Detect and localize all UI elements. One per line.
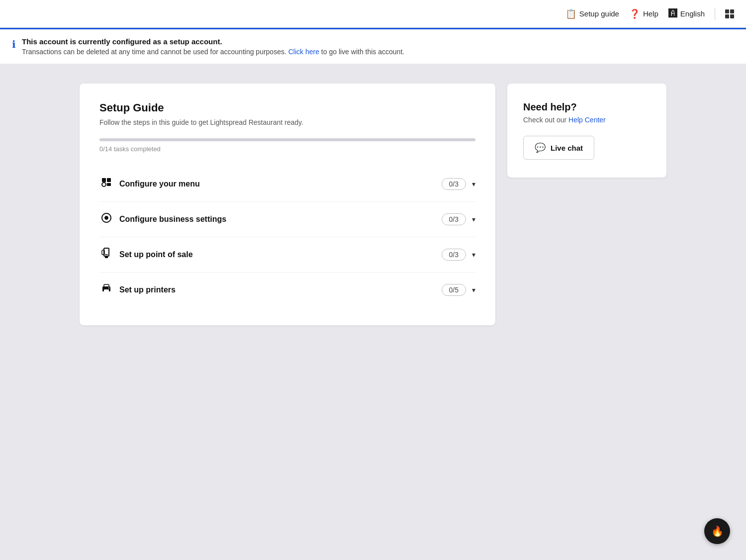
banner-content: This account is currently configured as …: [22, 37, 404, 56]
configure-menu-chevron: ▾: [472, 180, 475, 188]
setup-printers-badge: 0/5: [442, 284, 466, 296]
language-icon: 🅰: [668, 8, 677, 19]
live-chat-label: Live chat: [551, 144, 583, 152]
configure-business-label: Configure business settings: [119, 215, 226, 224]
main-layout: Setup Guide Follow the steps in this gui…: [60, 64, 686, 345]
configure-business-chevron: ▾: [472, 215, 475, 223]
task-row-configure-business[interactable]: Configure business settings 0/3 ▾: [99, 202, 475, 237]
language-nav[interactable]: 🅰 English: [668, 8, 705, 19]
setup-guide-icon: 📋: [565, 8, 576, 19]
configure-menu-label: Configure your menu: [119, 180, 200, 188]
svg-rect-11: [104, 289, 109, 292]
task-right-configure-business: 0/3 ▾: [442, 213, 475, 225]
task-left-configure-menu: Configure your menu: [99, 177, 200, 191]
setup-guide-card: Setup Guide Follow the steps in this gui…: [80, 84, 495, 325]
svg-point-2: [102, 183, 106, 187]
grid-icon: [725, 9, 734, 18]
banner-body: Transactions can be deleted at any time …: [22, 48, 404, 56]
help-body: Check out our Help Center: [523, 116, 651, 124]
configure-menu-icon: [99, 177, 113, 191]
nav-divider: [715, 8, 715, 20]
help-nav[interactable]: ❓ Help: [629, 8, 658, 19]
chat-icon: 💬: [535, 142, 546, 153]
help-text-prefix: Check out our: [523, 116, 566, 124]
live-chat-button[interactable]: 💬 Live chat: [523, 136, 594, 160]
svg-rect-1: [107, 178, 111, 182]
setup-pos-chevron: ▾: [472, 251, 475, 259]
configure-menu-badge: 0/3: [442, 178, 466, 190]
help-center-link[interactable]: Help Center: [568, 116, 606, 124]
language-label: English: [680, 9, 705, 18]
configure-business-badge: 0/3: [442, 213, 466, 225]
task-left-setup-pos: Set up point of sale: [99, 247, 193, 262]
task-left-setup-printers: Set up printers: [99, 282, 176, 297]
banner-click-here-link[interactable]: Click here: [288, 48, 319, 56]
fab-button[interactable]: 🔥: [704, 518, 730, 544]
task-right-configure-menu: 0/3 ▾: [442, 178, 475, 190]
setup-pos-icon: [99, 247, 113, 262]
help-card: Need help? Check out our Help Center 💬 L…: [507, 84, 666, 178]
setup-pos-badge: 0/3: [442, 249, 466, 261]
task-right-setup-printers: 0/5 ▾: [442, 284, 475, 296]
banner-title: This account is currently configured as …: [22, 37, 404, 46]
setup-guide-nav[interactable]: 📋 Setup guide: [565, 8, 619, 19]
setup-guide-title: Setup Guide: [99, 101, 475, 114]
svg-point-12: [108, 287, 109, 288]
svg-rect-6: [105, 256, 108, 258]
help-title: Need help?: [523, 101, 651, 113]
banner-text-before: Transactions can be deleted at any time …: [22, 48, 286, 56]
setup-guide-label: Setup guide: [579, 9, 619, 18]
task-row-setup-printers[interactable]: Set up printers 0/5 ▾: [99, 273, 475, 307]
info-icon: ℹ: [12, 38, 16, 50]
help-icon: ❓: [629, 8, 640, 19]
help-label: Help: [643, 9, 658, 18]
svg-rect-10: [104, 284, 109, 287]
svg-rect-0: [102, 178, 106, 182]
progress-bar: [99, 138, 475, 141]
setup-account-banner: ℹ This account is currently configured a…: [0, 28, 746, 64]
task-row-configure-menu[interactable]: Configure your menu 0/3 ▾: [99, 167, 475, 202]
task-right-setup-pos: 0/3 ▾: [442, 249, 475, 261]
banner-text-after: to go live with this account.: [321, 48, 404, 56]
svg-rect-3: [107, 183, 111, 186]
configure-business-icon: [99, 212, 113, 227]
setup-printers-label: Set up printers: [119, 285, 176, 294]
progress-label: 0/14 tasks completed: [99, 145, 475, 153]
top-navigation: 📋 Setup guide ❓ Help 🅰 English: [0, 0, 746, 28]
setup-printers-icon: [99, 282, 113, 297]
task-left-configure-business: Configure business settings: [99, 212, 226, 227]
setup-guide-subtitle: Follow the steps in this guide to get Li…: [99, 118, 475, 126]
svg-rect-7: [102, 250, 104, 255]
setup-printers-chevron: ▾: [472, 286, 475, 294]
task-row-setup-pos[interactable]: Set up point of sale 0/3 ▾: [99, 237, 475, 273]
fab-icon: 🔥: [711, 525, 724, 537]
setup-pos-label: Set up point of sale: [119, 250, 193, 259]
grid-menu-nav[interactable]: [725, 9, 734, 18]
